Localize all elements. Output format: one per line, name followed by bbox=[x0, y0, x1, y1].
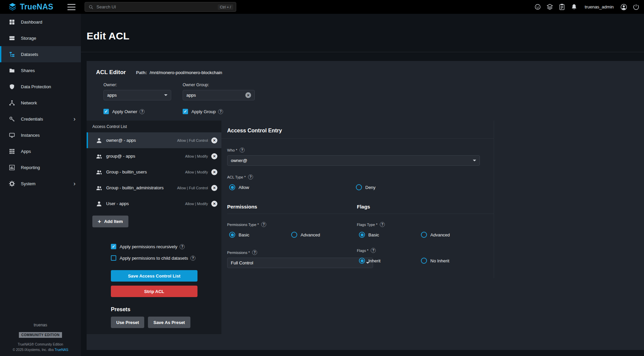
sidebar-item-label: System bbox=[21, 181, 35, 186]
permissions-select[interactable]: Full Control bbox=[227, 258, 373, 268]
child-datasets-checkbox-row[interactable]: Apply permissions to child datasets ? bbox=[111, 255, 197, 261]
acl-entry-row[interactable]: group@ - apps Allow | Modify × bbox=[87, 148, 221, 164]
user-avatar-button[interactable] bbox=[620, 3, 627, 11]
radio-no-inherit[interactable]: No Inherit bbox=[421, 258, 449, 264]
remove-entry-icon[interactable]: × bbox=[211, 169, 217, 175]
acl-entry-name: Group - builtin_administrators bbox=[106, 185, 164, 190]
help-icon[interactable]: ? bbox=[248, 174, 253, 180]
radio-inherit[interactable]: Inherit bbox=[359, 258, 421, 264]
help-icon[interactable]: ? bbox=[180, 244, 185, 249]
remove-entry-icon[interactable]: × bbox=[211, 153, 217, 159]
owner-group-input[interactable] bbox=[186, 93, 237, 98]
who-select-value: owner@ bbox=[231, 158, 247, 163]
menu-toggle-icon[interactable] bbox=[67, 4, 75, 10]
access-control-entry-panel: Access Control Entry Who * ? owner@ ACL … bbox=[221, 121, 644, 334]
sidebar-item-apps[interactable]: Apps bbox=[0, 143, 81, 159]
copyright-text: © 2025 iXsystems, Inc. dba bbox=[12, 348, 54, 352]
apps-grid-icon bbox=[9, 148, 16, 155]
hostname-label: truenas bbox=[0, 323, 81, 327]
acl-editor-title: ACL Editor bbox=[96, 69, 126, 76]
strip-acl-button[interactable]: Strip ACL bbox=[111, 286, 197, 297]
acl-entry-permission: Allow | Full Control bbox=[177, 186, 208, 190]
owner-select[interactable]: apps bbox=[103, 90, 171, 100]
feedback-smiley-button[interactable] bbox=[534, 3, 541, 10]
truenas-logo[interactable]: TrueNAS bbox=[0, 2, 53, 11]
sidebar-item-credentials[interactable]: Credentials › bbox=[0, 111, 81, 127]
topbar-actions: truenas_admin bbox=[534, 3, 644, 11]
shares-folder-icon bbox=[9, 67, 16, 74]
sidebar-item-system[interactable]: System › bbox=[0, 175, 81, 192]
clear-input-icon[interactable]: × bbox=[245, 92, 251, 98]
flags-label-row: Flags * ? bbox=[357, 248, 494, 253]
save-as-preset-button[interactable]: Save As Preset bbox=[148, 317, 190, 328]
owner-group-input-box: × bbox=[183, 90, 255, 100]
help-icon[interactable]: ? bbox=[190, 256, 195, 261]
radio-label: Advanced bbox=[430, 232, 450, 237]
who-select[interactable]: owner@ bbox=[227, 155, 480, 166]
remove-entry-icon[interactable]: × bbox=[211, 185, 217, 191]
acl-entry-row[interactable]: Group - builtin_users Allow | Modify × bbox=[87, 164, 221, 180]
sidebar-item-network[interactable]: Network bbox=[0, 95, 81, 111]
add-item-button[interactable]: + Add Item bbox=[92, 216, 128, 227]
add-item-label: Add Item bbox=[104, 219, 123, 224]
save-acl-button[interactable]: Save Access Control List bbox=[111, 270, 197, 282]
acl-entry-row[interactable]: User - apps Allow | Modify × bbox=[87, 196, 221, 212]
sidebar-item-shares[interactable]: Shares bbox=[0, 62, 81, 78]
notifications-bell-button[interactable] bbox=[571, 3, 578, 10]
sidebar-item-label: Credentials bbox=[21, 117, 43, 122]
use-preset-button[interactable]: Use Preset bbox=[111, 317, 144, 328]
radio-label: Inherit bbox=[368, 258, 380, 263]
radio-flags-advanced[interactable]: Advanced bbox=[421, 232, 450, 238]
help-icon[interactable]: ? bbox=[140, 109, 145, 114]
acl-entry-name: owner@ - apps bbox=[106, 138, 136, 143]
sidebar-item-storage[interactable]: Storage bbox=[0, 30, 81, 46]
help-icon[interactable]: ? bbox=[218, 109, 223, 114]
chevron-down-icon bbox=[164, 94, 167, 96]
key-icon bbox=[9, 116, 16, 122]
acl-list-panel: Access Control List owner@ - apps Allow … bbox=[87, 121, 221, 334]
help-icon[interactable]: ? bbox=[261, 222, 266, 227]
sidebar-item-instances[interactable]: Instances bbox=[0, 127, 81, 143]
flags-label: Flags * bbox=[357, 249, 368, 253]
acl-entry-row[interactable]: Group - builtin_administrators Allow | F… bbox=[87, 180, 221, 196]
help-icon[interactable]: ? bbox=[252, 250, 257, 255]
search-input[interactable] bbox=[96, 4, 217, 9]
permissions-section-title: Permissions bbox=[227, 204, 357, 209]
edition-badge: COMMUNITY EDITION bbox=[19, 332, 62, 338]
radio-label: Deny bbox=[365, 185, 375, 190]
help-icon[interactable]: ? bbox=[371, 248, 376, 253]
permissions-select-value: Full Control bbox=[231, 260, 253, 265]
sidebar-item-reporting[interactable]: Reporting bbox=[0, 159, 81, 175]
radio-permissions-advanced[interactable]: Advanced bbox=[291, 232, 320, 238]
radio-permissions-basic[interactable]: Basic bbox=[229, 232, 291, 238]
radio-unselected-icon bbox=[356, 184, 362, 190]
power-button[interactable] bbox=[633, 3, 640, 10]
shield-icon bbox=[9, 84, 16, 90]
child-datasets-label: Apply permissions to child datasets bbox=[120, 256, 188, 261]
sidebar-item-label: Data Protection bbox=[21, 84, 51, 89]
group-icon bbox=[96, 185, 102, 191]
logged-in-username: truenas_admin bbox=[585, 4, 614, 9]
recursive-checkbox-row[interactable]: ✓ Apply permissions recursively ? bbox=[111, 244, 197, 250]
sidebar: Dashboard Storage Datasets Shares Data P… bbox=[0, 14, 81, 356]
apply-owner-checkbox-row[interactable]: ✓ Apply Owner ? bbox=[103, 108, 183, 115]
remove-entry-icon[interactable]: × bbox=[211, 201, 217, 207]
radio-flags-basic[interactable]: Basic bbox=[359, 232, 421, 238]
sidebar-item-dashboard[interactable]: Dashboard bbox=[0, 14, 81, 30]
checklist-clipboard-button[interactable] bbox=[558, 3, 565, 10]
jobs-layers-button[interactable] bbox=[546, 3, 553, 10]
acl-entry-row[interactable]: owner@ - apps Allow | Full Control × bbox=[87, 132, 221, 148]
truenas-link[interactable]: TrueNAS bbox=[55, 348, 68, 352]
sidebar-item-datasets[interactable]: Datasets bbox=[0, 46, 81, 62]
sidebar-item-data-protection[interactable]: Data Protection bbox=[0, 78, 81, 95]
help-icon[interactable]: ? bbox=[380, 222, 385, 227]
radio-allow[interactable]: Allow bbox=[229, 184, 356, 190]
search-box[interactable]: Ctrl + / bbox=[85, 2, 236, 12]
radio-deny[interactable]: Deny bbox=[356, 184, 375, 190]
apply-group-checkbox-row[interactable]: ✓ Apply Group ? bbox=[183, 108, 223, 115]
remove-entry-icon[interactable]: × bbox=[211, 137, 217, 143]
owner-group-field: Owner Group: × bbox=[183, 83, 255, 100]
permissions-label: Permissions * bbox=[227, 251, 250, 255]
help-icon[interactable]: ? bbox=[240, 148, 245, 153]
acl-entry-permission: Allow | Modify bbox=[185, 154, 208, 158]
